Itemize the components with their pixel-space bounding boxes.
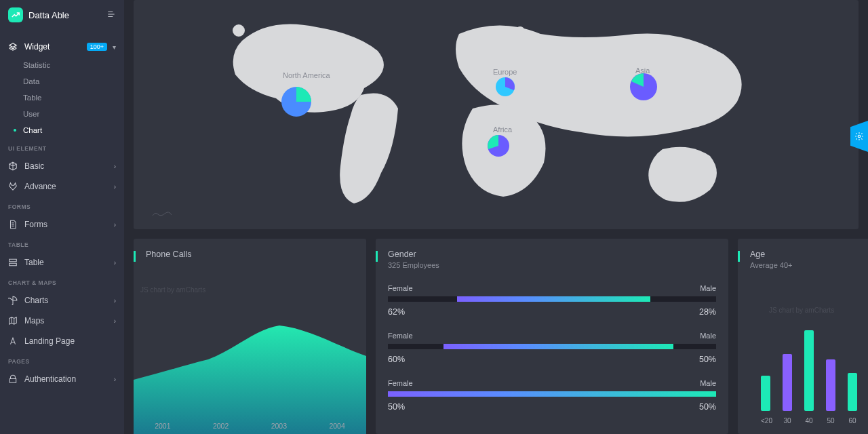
sidebar-item-label: Basic — [24, 161, 44, 171]
pie-africa — [488, 135, 509, 157]
sidebar-item-table[interactable]: Table › — [0, 252, 124, 273]
gender-track — [388, 296, 716, 302]
gender-row: FemaleMale 60%50% — [388, 332, 716, 364]
section-forms: FORMS — [0, 197, 124, 214]
subitem-data[interactable]: Data — [23, 73, 124, 90]
sidebar-item-label: Table — [24, 258, 44, 267]
section-chart-maps: CHART & MAPS — [0, 273, 124, 290]
sidebar-item-maps[interactable]: Maps › — [0, 311, 124, 331]
svg-point-1 — [515, 26, 525, 36]
age-xaxis: <203040506070>70 — [761, 417, 868, 425]
section-ui-element: UI ELEMENT — [0, 138, 124, 156]
age-title: Age — [750, 250, 868, 259]
layers-icon — [8, 42, 18, 52]
section-table: TABLE — [0, 235, 124, 252]
pie-north-america — [281, 87, 311, 117]
chevron-right-icon: › — [114, 259, 116, 267]
map-label-africa: Africa — [493, 125, 513, 134]
age-bar — [783, 354, 792, 412]
phone-calls-card: Phone Calls JS chart by amCharts 2001 20… — [134, 239, 366, 434]
sidebar-item-widget[interactable]: Widget 100+ ▾ — [0, 37, 124, 57]
pie-chart-icon — [8, 296, 18, 305]
trend-up-icon — [11, 10, 20, 20]
brand-name: Datta Able — [28, 10, 69, 20]
chevron-right-icon: › — [114, 317, 116, 325]
world-map-card: North America Europe Asia Africa — [134, 0, 859, 229]
sidebar-item-landing[interactable]: Landing Page — [0, 331, 124, 351]
gender-row: FemaleMale 62%28% — [388, 284, 716, 317]
font-icon — [8, 336, 18, 346]
sidebar-item-label: Forms — [24, 220, 47, 229]
subitem-chart[interactable]: Chart — [23, 122, 124, 138]
age-bar — [848, 373, 857, 411]
sidebar-item-advance[interactable]: Advance › — [0, 176, 124, 197]
gender-title: Gender — [388, 250, 716, 259]
age-card: Age Average 40+ JS chart by amCharts <20… — [738, 239, 868, 434]
sidebar: Datta Able Widget 100+ ▾ Statistic Data … — [0, 0, 124, 434]
section-pages: PAGES — [0, 351, 124, 369]
gear-icon — [854, 132, 864, 141]
gender-track — [388, 344, 716, 349]
gender-card: Gender 325 Employees FemaleMale 62%28% F… — [376, 239, 728, 434]
map-label-north-america: North America — [283, 71, 331, 79]
chevron-right-icon: › — [114, 376, 116, 383]
age-bar — [761, 376, 770, 411]
svg-point-7 — [858, 135, 861, 138]
pie-europe — [496, 77, 515, 96]
chevron-right-icon: › — [114, 297, 116, 304]
sidebar-item-label: Authentication — [24, 374, 76, 384]
main-content: North America Europe Asia Africa — [124, 0, 868, 434]
collapse-sidebar-icon[interactable] — [106, 9, 116, 21]
sidebar-item-label: Maps — [24, 316, 44, 326]
age-bar — [804, 330, 814, 411]
file-text-icon — [8, 220, 18, 229]
phone-area-chart — [134, 298, 366, 434]
age-subtitle: Average 40+ — [750, 261, 868, 269]
pie-asia — [630, 73, 657, 100]
server-icon — [8, 258, 18, 267]
age-bar-chart — [761, 323, 868, 411]
subitem-table[interactable]: Table — [23, 90, 124, 106]
sidebar-item-label: Charts — [24, 296, 48, 305]
map-icon — [8, 316, 18, 326]
subitem-user[interactable]: User — [23, 106, 124, 122]
age-bar — [826, 359, 835, 411]
chevron-right-icon: › — [114, 221, 116, 229]
sidebar-item-authentication[interactable]: Authentication › — [0, 369, 124, 389]
svg-point-2 — [689, 111, 697, 119]
sidebar-item-forms[interactable]: Forms › — [0, 214, 124, 235]
gender-subtitle: 325 Employees — [388, 261, 716, 269]
sidebar-item-charts[interactable]: Charts › — [0, 290, 124, 311]
subitem-statistic[interactable]: Statistic — [23, 57, 124, 73]
phone-title: Phone Calls — [146, 250, 354, 259]
gender-row: FemaleMale 50%50% — [388, 379, 716, 412]
box-icon — [8, 161, 18, 171]
phone-xaxis: 2001 2002 2003 2004 — [134, 422, 366, 430]
map-credit — [153, 210, 172, 218]
chevron-right-icon: › — [114, 163, 116, 170]
gitlab-icon — [8, 182, 18, 191]
chevron-right-icon: › — [114, 183, 116, 191]
widget-submenu: Statistic Data Table User Chart — [23, 57, 124, 138]
age-credit: JS chart by amCharts — [769, 307, 834, 314]
sidebar-item-basic[interactable]: Basic › — [0, 156, 124, 176]
brand-logo — [8, 7, 23, 22]
lock-icon — [8, 374, 18, 384]
sidebar-item-label: Advance — [24, 182, 56, 191]
chevron-down-icon: ▾ — [113, 43, 116, 51]
phone-credit: JS chart by amCharts — [140, 286, 205, 294]
gender-track — [388, 391, 716, 397]
sidebar-item-label: Landing Page — [24, 336, 75, 346]
brand[interactable]: Datta Able — [0, 0, 124, 30]
sidebar-item-label: Widget — [24, 42, 50, 52]
map-label-europe: Europe — [493, 68, 517, 76]
world-map-svg: North America Europe Asia Africa — [201, 14, 791, 217]
svg-point-0 — [233, 24, 245, 37]
widget-badge: 100+ — [87, 43, 107, 51]
